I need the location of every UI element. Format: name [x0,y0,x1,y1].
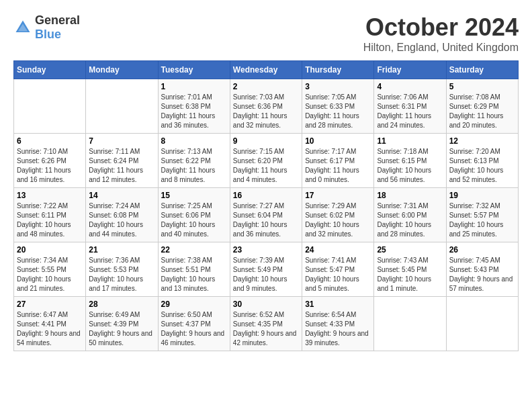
day-number: 20 [17,245,83,255]
calendar-cell: 7Sunrise: 7:11 AM Sunset: 6:24 PM Daylig… [86,134,158,188]
day-info: Sunrise: 7:17 AM Sunset: 6:17 PM Dayligh… [305,147,371,185]
calendar-cell: 19Sunrise: 7:32 AM Sunset: 5:57 PM Dayli… [446,188,518,242]
calendar-body: 1Sunrise: 7:01 AM Sunset: 6:38 PM Daylig… [14,79,519,351]
day-info: Sunrise: 7:11 AM Sunset: 6:24 PM Dayligh… [89,147,154,185]
day-number: 21 [89,245,154,255]
day-info: Sunrise: 7:20 AM Sunset: 6:13 PM Dayligh… [449,147,515,185]
calendar-cell: 10Sunrise: 7:17 AM Sunset: 6:17 PM Dayli… [302,134,374,188]
day-info: Sunrise: 6:54 AM Sunset: 4:33 PM Dayligh… [305,310,371,348]
day-info: Sunrise: 7:05 AM Sunset: 6:33 PM Dayligh… [305,93,371,130]
day-info: Sunrise: 7:34 AM Sunset: 5:55 PM Dayligh… [17,256,83,293]
calendar-cell: 31Sunrise: 6:54 AM Sunset: 4:33 PM Dayli… [302,297,374,351]
weekday-header-cell: Monday [86,61,158,79]
location-title: Hilton, England, United Kingdom [363,42,519,54]
day-info: Sunrise: 7:13 AM Sunset: 6:22 PM Dayligh… [161,147,227,185]
weekday-header-cell: Tuesday [158,61,230,79]
calendar-cell: 14Sunrise: 7:24 AM Sunset: 6:08 PM Dayli… [86,188,158,242]
weekday-header-cell: Sunday [14,61,86,79]
calendar-cell: 15Sunrise: 7:25 AM Sunset: 6:06 PM Dayli… [158,188,230,242]
day-number: 14 [89,191,154,200]
day-number: 30 [233,300,299,309]
day-number: 26 [449,245,515,255]
calendar-cell: 4Sunrise: 7:06 AM Sunset: 6:31 PM Daylig… [374,79,446,134]
day-number: 10 [305,136,371,146]
day-info: Sunrise: 7:25 AM Sunset: 6:06 PM Dayligh… [161,201,227,239]
calendar-cell: 17Sunrise: 7:29 AM Sunset: 6:02 PM Dayli… [302,188,374,242]
day-info: Sunrise: 7:39 AM Sunset: 5:49 PM Dayligh… [233,256,299,293]
day-info: Sunrise: 7:01 AM Sunset: 6:38 PM Dayligh… [161,93,227,130]
day-info: Sunrise: 6:52 AM Sunset: 4:35 PM Dayligh… [233,310,299,348]
day-number: 31 [305,300,371,309]
calendar-cell: 1Sunrise: 7:01 AM Sunset: 6:38 PM Daylig… [158,79,230,134]
calendar-cell: 5Sunrise: 7:08 AM Sunset: 6:29 PM Daylig… [446,79,518,134]
day-info: Sunrise: 6:47 AM Sunset: 4:41 PM Dayligh… [17,310,83,348]
day-number: 6 [17,136,83,146]
day-info: Sunrise: 7:31 AM Sunset: 6:00 PM Dayligh… [377,201,443,239]
day-info: Sunrise: 7:08 AM Sunset: 6:29 PM Dayligh… [449,93,515,130]
month-title: October 2024 [363,13,519,42]
day-number: 11 [377,136,443,146]
calendar-cell: 28Sunrise: 6:49 AM Sunset: 4:39 PM Dayli… [86,297,158,351]
calendar-cell: 30Sunrise: 6:52 AM Sunset: 4:35 PM Dayli… [230,297,302,351]
day-info: Sunrise: 7:36 AM Sunset: 5:53 PM Dayligh… [89,256,154,293]
day-number: 1 [161,82,227,91]
day-number: 16 [233,191,299,200]
day-info: Sunrise: 6:49 AM Sunset: 4:39 PM Dayligh… [89,310,154,348]
calendar-week-row: 20Sunrise: 7:34 AM Sunset: 5:55 PM Dayli… [14,242,519,297]
page-header: General Blue October 2024 Hilton, Englan… [13,13,519,54]
day-number: 24 [305,245,371,255]
calendar-cell [86,79,158,134]
calendar-cell: 2Sunrise: 7:03 AM Sunset: 6:36 PM Daylig… [230,79,302,134]
weekday-header-cell: Wednesday [230,61,302,79]
day-info: Sunrise: 7:43 AM Sunset: 5:45 PM Dayligh… [377,256,443,293]
day-number: 8 [161,136,227,146]
day-info: Sunrise: 7:18 AM Sunset: 6:15 PM Dayligh… [377,147,443,185]
calendar-week-row: 13Sunrise: 7:22 AM Sunset: 6:11 PM Dayli… [14,188,519,242]
day-info: Sunrise: 7:41 AM Sunset: 5:47 PM Dayligh… [305,256,371,293]
calendar-week-row: 6Sunrise: 7:10 AM Sunset: 6:26 PM Daylig… [14,134,519,188]
day-number: 29 [161,300,227,309]
day-number: 5 [449,82,515,91]
calendar-cell: 6Sunrise: 7:10 AM Sunset: 6:26 PM Daylig… [14,134,86,188]
day-number: 17 [305,191,371,200]
day-number: 23 [233,245,299,255]
logo-icon [13,18,32,37]
day-info: Sunrise: 7:32 AM Sunset: 5:57 PM Dayligh… [449,201,515,239]
day-info: Sunrise: 7:22 AM Sunset: 6:11 PM Dayligh… [17,201,83,239]
day-number: 13 [17,191,83,200]
day-info: Sunrise: 7:06 AM Sunset: 6:31 PM Dayligh… [377,93,443,130]
calendar-cell: 21Sunrise: 7:36 AM Sunset: 5:53 PM Dayli… [86,242,158,297]
calendar-cell: 16Sunrise: 7:27 AM Sunset: 6:04 PM Dayli… [230,188,302,242]
calendar-cell: 23Sunrise: 7:39 AM Sunset: 5:49 PM Dayli… [230,242,302,297]
calendar-week-row: 1Sunrise: 7:01 AM Sunset: 6:38 PM Daylig… [14,79,519,134]
day-number: 25 [377,245,443,255]
calendar-cell: 22Sunrise: 7:38 AM Sunset: 5:51 PM Dayli… [158,242,230,297]
weekday-header-cell: Friday [374,61,446,79]
day-info: Sunrise: 7:10 AM Sunset: 6:26 PM Dayligh… [17,147,83,185]
calendar-cell: 11Sunrise: 7:18 AM Sunset: 6:15 PM Dayli… [374,134,446,188]
calendar-cell: 8Sunrise: 7:13 AM Sunset: 6:22 PM Daylig… [158,134,230,188]
day-number: 12 [449,136,515,146]
calendar-cell [374,297,446,351]
calendar-cell: 26Sunrise: 7:45 AM Sunset: 5:43 PM Dayli… [446,242,518,297]
calendar-cell: 27Sunrise: 6:47 AM Sunset: 4:41 PM Dayli… [14,297,86,351]
day-number: 4 [377,82,443,91]
logo: General Blue [13,13,80,42]
weekday-header-cell: Thursday [302,61,374,79]
weekday-header-cell: Saturday [446,61,518,79]
day-info: Sunrise: 7:38 AM Sunset: 5:51 PM Dayligh… [161,256,227,293]
day-number: 7 [89,136,154,146]
calendar-cell: 25Sunrise: 7:43 AM Sunset: 5:45 PM Dayli… [374,242,446,297]
day-number: 18 [377,191,443,200]
day-number: 22 [161,245,227,255]
calendar-cell: 18Sunrise: 7:31 AM Sunset: 6:00 PM Dayli… [374,188,446,242]
day-number: 28 [89,300,154,309]
day-info: Sunrise: 7:15 AM Sunset: 6:20 PM Dayligh… [233,147,299,185]
calendar-cell: 20Sunrise: 7:34 AM Sunset: 5:55 PM Dayli… [14,242,86,297]
calendar-cell: 13Sunrise: 7:22 AM Sunset: 6:11 PM Dayli… [14,188,86,242]
day-info: Sunrise: 7:03 AM Sunset: 6:36 PM Dayligh… [233,93,299,130]
day-number: 27 [17,300,83,309]
calendar-cell [14,79,86,134]
logo-general: General [35,13,80,27]
calendar-week-row: 27Sunrise: 6:47 AM Sunset: 4:41 PM Dayli… [14,297,519,351]
